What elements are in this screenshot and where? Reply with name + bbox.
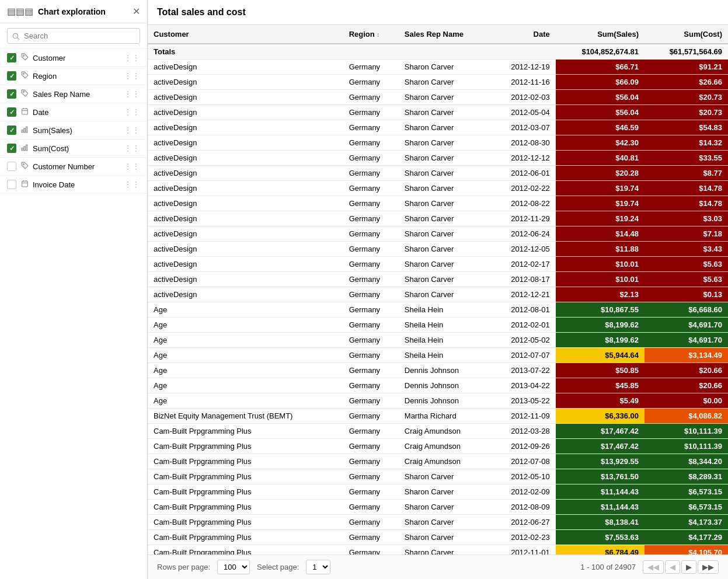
cell-date: 2012-08-01 [490, 302, 556, 318]
cell-customer: activeDesign [148, 257, 343, 272]
drag-handle-icon[interactable]: ⋮⋮ [124, 144, 140, 153]
cell-customer: activeDesign [148, 151, 343, 166]
cell-cost: $3,134.49 [645, 348, 728, 363]
cell-cost: $5.63 [645, 272, 728, 287]
field-checkbox[interactable] [7, 107, 16, 117]
cell-cost: $4,691.70 [645, 333, 728, 348]
cell-sales: $11.88 [556, 242, 645, 257]
cell-region: Germany [343, 90, 399, 105]
cell-rep: Sharon Carver [399, 105, 490, 120]
cell-date: 2012-12-05 [490, 242, 556, 257]
cell-sales: $7,553.63 [556, 530, 645, 545]
tag-icon [20, 89, 29, 99]
col-sum-cost[interactable]: Sum(Cost) [645, 25, 728, 44]
cell-rep: Sharon Carver [399, 120, 490, 135]
field-item-customer-number[interactable]: Customer Number⋮⋮ [0, 158, 147, 176]
cell-customer: Cam-Built Prpgramming Plus [148, 530, 343, 545]
field-checkbox[interactable] [7, 89, 16, 99]
cell-cost: $4,691.70 [645, 318, 728, 333]
cell-customer: Age [148, 378, 343, 393]
drag-handle-icon[interactable]: ⋮⋮ [124, 53, 140, 62]
drag-handle-icon[interactable]: ⋮⋮ [124, 107, 140, 117]
cell-rep: Dennis Johnson [399, 378, 490, 393]
last-page-button[interactable]: ▶▶ [698, 560, 719, 574]
cell-date: 2012-08-22 [490, 196, 556, 211]
cell-rep: Sharon Carver [399, 257, 490, 272]
field-checkbox[interactable] [7, 180, 16, 189]
prev-page-button[interactable]: ◀ [665, 560, 680, 574]
cell-customer: Age [148, 348, 343, 363]
cell-date: 2012-11-16 [490, 75, 556, 90]
rows-per-page-select[interactable]: 100 50 25 [217, 560, 250, 574]
cell-customer: activeDesign [148, 181, 343, 196]
cell-date: 2012-11-09 [490, 409, 556, 424]
svg-rect-11 [23, 147, 25, 151]
field-item-sales-rep-name[interactable]: Sales Rep Name⋮⋮ [0, 85, 147, 103]
drag-handle-icon[interactable]: ⋮⋮ [124, 89, 140, 99]
field-item-date[interactable]: Date⋮⋮ [0, 103, 147, 121]
cell-date: 2012-06-24 [490, 226, 556, 242]
field-item-region[interactable]: Region⋮⋮ [0, 67, 147, 85]
drag-handle-icon[interactable]: ⋮⋮ [124, 180, 140, 189]
cell-cost: $91.21 [645, 60, 728, 75]
table-row: Age Germany Dennis Johnson 2013-05-22 $5… [148, 393, 728, 409]
cell-customer: Cam-Built Prpgramming Plus [148, 515, 343, 530]
cell-date: 2012-06-01 [490, 166, 556, 181]
drag-handle-icon[interactable]: ⋮⋮ [124, 71, 140, 81]
cell-customer: activeDesign [148, 166, 343, 181]
bar-icon [20, 125, 29, 135]
cell-region: Germany [343, 500, 399, 515]
cell-sales: $8,199.62 [556, 318, 645, 333]
table-row: Cam-Built Prpgramming Plus Germany Sharo… [148, 530, 728, 545]
page-select[interactable]: 1 [306, 560, 330, 574]
drag-handle-icon[interactable]: ⋮⋮ [124, 162, 140, 171]
field-checkbox[interactable] [7, 53, 16, 62]
drag-handle-icon[interactable]: ⋮⋮ [124, 125, 140, 135]
col-sales-rep[interactable]: Sales Rep Name [399, 25, 490, 44]
table-row: activeDesign Germany Sharon Carver 2012-… [148, 257, 728, 272]
cell-sales: $19.24 [556, 211, 645, 226]
cell-customer: activeDesign [148, 287, 343, 302]
field-item-customer[interactable]: Customer⋮⋮ [0, 49, 147, 67]
svg-rect-8 [23, 128, 25, 132]
pagination-range: 1 - 100 of 24907 [580, 563, 636, 571]
field-checkbox[interactable] [7, 125, 16, 135]
col-sum-sales[interactable]: Sum(Sales) [556, 25, 645, 44]
field-checkbox[interactable] [7, 162, 16, 171]
col-customer[interactable]: Customer [148, 25, 343, 44]
cell-cost: $8,344.20 [645, 454, 728, 469]
field-checkbox[interactable] [7, 71, 16, 81]
field-label: Region [33, 72, 120, 81]
cell-rep: Sharon Carver [399, 196, 490, 211]
field-item-sumsales[interactable]: Sum(Sales)⋮⋮ [0, 121, 147, 139]
table-row: Age Germany Dennis Johnson 2013-04-22 $4… [148, 378, 728, 393]
table-container[interactable]: Customer Region ↕ Sales Rep Name Date Su… [148, 25, 728, 554]
col-region[interactable]: Region ↕ [343, 25, 399, 44]
field-label: Sum(Sales) [33, 126, 120, 135]
field-item-sumcost[interactable]: Sum(Cost)⋮⋮ [0, 139, 147, 158]
cell-rep: Sharon Carver [399, 469, 490, 484]
cell-cost: $8.77 [645, 166, 728, 181]
rows-per-page-label: Rows per page: [157, 563, 210, 571]
field-label: Date [33, 108, 120, 117]
field-item-invoice-date[interactable]: Invoice Date⋮⋮ [0, 176, 147, 194]
table-row: Age Germany Sheila Hein 2012-02-01 $8,19… [148, 318, 728, 333]
cell-customer: activeDesign [148, 135, 343, 151]
cell-rep: Sheila Hein [399, 318, 490, 333]
cell-cost: $0.13 [645, 287, 728, 302]
table-row: Age Germany Sheila Hein 2012-07-07 $5,94… [148, 348, 728, 363]
cell-cost: $7.18 [645, 226, 728, 242]
field-checkbox[interactable] [7, 144, 16, 153]
cell-date: 2012-02-01 [490, 318, 556, 333]
close-icon[interactable]: ✕ [133, 6, 140, 17]
cell-date: 2012-07-08 [490, 454, 556, 469]
search-input[interactable] [7, 28, 140, 44]
svg-rect-14 [22, 181, 27, 187]
first-page-button[interactable]: ◀◀ [643, 560, 664, 574]
cell-sales: $56.04 [556, 105, 645, 120]
cell-rep: Sharon Carver [399, 90, 490, 105]
cell-region: Germany [343, 515, 399, 530]
next-page-button[interactable]: ▶ [681, 560, 696, 574]
col-date[interactable]: Date [490, 25, 556, 44]
table-row: activeDesign Germany Sharon Carver 2012-… [148, 287, 728, 302]
